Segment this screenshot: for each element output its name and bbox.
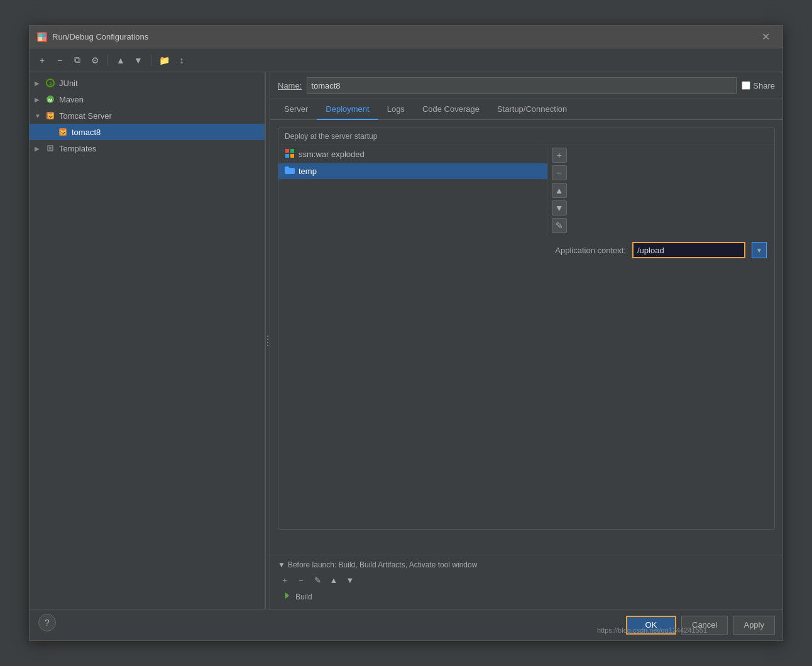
deploy-item-temp-label: temp xyxy=(299,166,317,176)
context-row: Application context: ▼ xyxy=(547,236,774,265)
deploy-move-down-button[interactable]: ▼ xyxy=(552,200,567,216)
svg-rect-16 xyxy=(285,154,289,158)
tomcat-child-icon: 🐱 xyxy=(57,126,69,138)
deploy-remove-button[interactable]: − xyxy=(552,165,567,180)
bl-add-button[interactable]: + xyxy=(278,573,292,587)
build-item-label: Build xyxy=(295,592,312,601)
tree-arrow-junit: ▶ xyxy=(35,80,45,87)
config-tree: ▶ J JUnit ▶ M Maven xyxy=(30,72,265,609)
maven-icon: M xyxy=(45,94,56,105)
watermark: https://blog.csdn.net/qq1244241551 xyxy=(597,626,707,634)
deploy-list: ssm:war exploded temp xyxy=(278,145,547,529)
tabs-bar: Server Deployment Logs Code Coverage Sta… xyxy=(270,99,782,120)
tree-arrow-tomcat: ▼ xyxy=(35,112,45,119)
sidebar-divider xyxy=(265,72,270,609)
deploy-move-up-button[interactable]: ▲ xyxy=(552,183,567,198)
name-input[interactable] xyxy=(307,77,737,94)
context-input[interactable] xyxy=(632,242,745,258)
svg-rect-1 xyxy=(42,37,46,41)
svg-rect-0 xyxy=(38,33,42,37)
move-up-button[interactable]: ▲ xyxy=(113,53,128,68)
tab-logs[interactable]: Logs xyxy=(378,99,414,120)
add-config-button[interactable]: + xyxy=(35,53,50,68)
sort-button[interactable]: ↕ xyxy=(174,53,189,68)
svg-rect-17 xyxy=(290,154,294,158)
help-button[interactable]: ? xyxy=(38,614,56,631)
svg-rect-14 xyxy=(285,149,289,153)
deploy-side-buttons: + − ▲ ▼ ✎ xyxy=(547,145,570,236)
toolbar-separator xyxy=(107,55,108,66)
title-bar: Run/Debug Configurations ✕ xyxy=(30,26,782,48)
tab-content-deployment: Deploy at the server startup xyxy=(270,120,782,555)
svg-rect-15 xyxy=(290,149,294,153)
share-checkbox[interactable] xyxy=(742,81,750,90)
context-dropdown-button[interactable]: ▼ xyxy=(752,242,767,258)
sidebar-item-tomact8[interactable]: 🐱 tomact8 xyxy=(30,124,265,140)
bottom-bar: OK Cancel Apply xyxy=(30,609,782,640)
bl-up-button[interactable]: ▲ xyxy=(327,573,341,587)
deploy-item-temp[interactable]: temp xyxy=(278,163,547,179)
deploy-section: Deploy at the server startup xyxy=(278,128,775,530)
name-row: Name: Share xyxy=(270,72,782,99)
junit-icon: J xyxy=(45,77,56,89)
tab-deployment[interactable]: Deployment xyxy=(317,99,378,120)
copy-config-button[interactable]: ⧉ xyxy=(70,53,85,68)
svg-rect-3 xyxy=(38,37,42,41)
app-icon xyxy=(37,32,47,42)
tomcat-icon: 🐱 xyxy=(45,110,56,121)
sidebar-item-maven-label: Maven xyxy=(59,95,84,104)
move-down-button[interactable]: ▼ xyxy=(131,53,146,68)
tab-code-coverage[interactable]: Code Coverage xyxy=(414,99,488,120)
svg-text:🐱: 🐱 xyxy=(47,112,55,120)
settings-button[interactable]: ⚙ xyxy=(87,53,102,68)
tab-startup-connection[interactable]: Startup/Connection xyxy=(488,99,576,120)
svg-rect-2 xyxy=(42,33,46,37)
deploy-item-ssm-label: ssm:war exploded xyxy=(299,150,365,159)
right-panel: Name: Share Server Deployment Logs Code … xyxy=(270,72,782,609)
before-launch-label: Before launch: Build, Build Artifacts, A… xyxy=(288,560,478,569)
deploy-section-label: Deploy at the server startup xyxy=(278,128,774,145)
context-label: Application context: xyxy=(555,246,626,255)
close-button[interactable]: ✕ xyxy=(757,28,775,45)
templates-icon xyxy=(45,143,56,154)
tab-server[interactable]: Server xyxy=(275,99,317,120)
artifact-icon xyxy=(285,148,295,160)
before-launch-section: ▼ Before launch: Build, Build Artifacts,… xyxy=(270,555,782,609)
apply-button[interactable]: Apply xyxy=(733,616,775,635)
sidebar-item-tomcat-label: Tomcat Server xyxy=(59,111,112,121)
folder-button[interactable]: 📁 xyxy=(156,53,172,68)
expand-before-launch-icon: ▼ xyxy=(278,560,285,569)
sidebar-item-templates-label: Templates xyxy=(59,144,96,153)
before-launch-toolbar: + − ✎ ▲ ▼ xyxy=(278,573,775,587)
sidebar-item-tomcat[interactable]: ▼ 🐱 Tomcat Server xyxy=(30,107,265,124)
bl-remove-button[interactable]: − xyxy=(294,573,308,587)
sidebar-item-junit-label: JUnit xyxy=(59,79,78,88)
sidebar-item-tomact8-label: tomact8 xyxy=(72,128,101,137)
name-label: Name: xyxy=(278,81,302,90)
main-toolbar: + − ⧉ ⚙ ▲ ▼ 📁 ↕ xyxy=(30,48,782,72)
svg-text:🐱: 🐱 xyxy=(60,129,67,136)
svg-text:M: M xyxy=(48,97,53,103)
bl-down-button[interactable]: ▼ xyxy=(343,573,357,587)
window-title: Run/Debug Configurations xyxy=(52,32,148,41)
share-label: Share xyxy=(753,81,775,90)
folder-icon xyxy=(285,166,295,176)
sidebar-item-junit[interactable]: ▶ J JUnit xyxy=(30,75,265,91)
sidebar-item-templates[interactable]: ▶ Templates xyxy=(30,140,265,156)
bl-edit-button[interactable]: ✎ xyxy=(310,573,324,587)
build-icon xyxy=(283,591,292,602)
deploy-add-button[interactable]: + xyxy=(552,148,567,163)
remove-config-button[interactable]: − xyxy=(52,53,67,68)
svg-text:J: J xyxy=(49,81,52,87)
toolbar-separator-2 xyxy=(151,55,151,66)
deploy-edit-button[interactable]: ✎ xyxy=(552,218,567,233)
deploy-item-ssm[interactable]: ssm:war exploded xyxy=(278,145,547,163)
build-item: Build xyxy=(278,589,775,604)
tree-arrow-maven: ▶ xyxy=(35,96,45,103)
sidebar-item-maven[interactable]: ▶ M Maven xyxy=(30,91,265,107)
tree-arrow-templates: ▶ xyxy=(35,145,45,152)
